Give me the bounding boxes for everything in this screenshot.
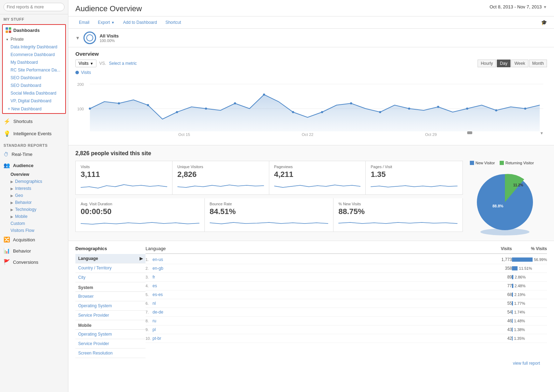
row-visits: 89 [491,275,512,280]
row-pct: 1.48% [514,319,525,323]
visits-sparkline [81,180,167,191]
browser-item[interactable]: Browser [75,292,146,301]
language-item[interactable]: Language ▶ [75,254,146,263]
day-button[interactable]: Day [497,60,511,67]
city-item[interactable]: City [75,273,146,282]
main-content: Audience Overview Oct 8, 2013 - Nov 7, 2… [68,0,554,392]
row-bar-area: 56.99% [512,257,547,262]
unique-visitors-label: Unique Visitors [177,165,264,169]
returning-visitor-legend-color [500,161,504,165]
row-num: 2. [146,266,153,270]
sidebar-item-seo2[interactable]: SEO Dashboard [3,82,65,89]
acquisition-item[interactable]: 🔀 Acquisition [0,234,68,245]
month-button[interactable]: Month [529,60,547,67]
service-provider-item[interactable]: Service Provider [75,311,146,320]
row-label[interactable]: pt-br [153,336,491,341]
row-label[interactable]: nl [153,301,491,306]
realtime-label: Real-Time [12,152,32,157]
shortcuts-item[interactable]: ⚡ Shortcuts [0,115,68,128]
pie-return-label: 11.2% [513,183,523,187]
conversions-item[interactable]: 🚩 Conversions [0,256,68,268]
visitors-flow-sublink[interactable]: Visitors Flow [8,227,68,234]
stats-grid: Visits 3,111 Unique Visitors 2,826 [75,161,547,237]
sidebar-item-my-dashboard[interactable]: My Dashboard [3,59,65,66]
segment-info: All Visits 100.00% [100,33,119,43]
sidebar-item-rc-site[interactable]: RC Site Performance Da... [3,66,65,74]
segment-circle [83,32,96,44]
chart-dot [321,111,323,113]
toolbar: Email Export ▼ Add to Dashboard Shortcut… [68,16,554,29]
intelligence-events-item[interactable]: 💡 Intelligence Events [0,128,68,140]
sidebar-item-ecommerce[interactable]: Ecommerce Dashboard [3,51,65,59]
view-full-report-link[interactable]: view full report [75,358,547,369]
row-label[interactable]: en-gb [153,266,491,271]
country-territory-item[interactable]: Country / Territory [75,263,146,273]
export-button[interactable]: Export ▼ [94,19,118,26]
screen-res-item[interactable]: Screen Resolution [75,349,146,358]
row-bar [512,293,513,297]
chart-dot [176,111,178,113]
bounce-rate-metric: Bounce Rate 84.51% [205,198,334,232]
row-bar-area: 1.74% [512,310,547,314]
demographics-right-header: Language Visits % Visits [146,246,547,254]
unique-visitors-sparkline [177,180,264,191]
audience-subnav: Overview ▶ Demographics ▶ Interests ▶ Ge… [0,171,68,234]
geo-sublink[interactable]: ▶ Geo [8,192,68,199]
sidebar-item-seo1[interactable]: SEO Dashboard [3,74,65,82]
chart-dot [495,109,497,111]
avg-visit-value: 00:00:50 [81,207,200,216]
technology-sublink[interactable]: ▶ Technology [8,206,68,213]
select-metric-link[interactable]: Select a metric [109,61,137,66]
mobile-service-item[interactable]: Service Provider [75,339,146,349]
chart-slider-handle[interactable] [467,131,472,134]
row-label[interactable]: pl [153,327,491,332]
vs-label: VS. [99,61,106,66]
row-label[interactable]: ru [153,318,491,323]
row-label[interactable]: fr [153,275,491,280]
segment-caret-icon[interactable]: ▼ [75,35,80,41]
chart-fill [90,95,540,131]
chart-dot [234,102,236,104]
pageviews-value: 4,211 [274,170,361,179]
add-to-dashboard-button[interactable]: Add to Dashboard [120,19,161,26]
search-input[interactable] [4,3,65,11]
overview-section: Overview Visits ▼ VS. Select a metric Ho… [68,47,554,145]
sidebar-item-data-integrity[interactable]: Data Integrity Dashboard [3,43,65,51]
os-item[interactable]: Operating System [75,301,146,311]
demographics-sublink[interactable]: ▶ Demographics [8,178,68,185]
sidebar-item-social-media[interactable]: Social Media Dashboard [3,89,65,97]
row-bar [512,257,533,262]
metric-button[interactable]: Visits ▼ [75,60,96,67]
sidebar-item-vp-digital[interactable]: VP, Digital Dashboard [3,97,65,105]
row-num: 6. [146,301,153,305]
mobile-sublink[interactable]: ▶ Mobile [8,213,68,220]
row-label[interactable]: en-us [153,257,491,262]
chart-dot [466,108,468,110]
pie-section: New Visitor Returning Visitor 88.8% 11 [463,161,547,237]
hourly-button[interactable]: Hourly [478,60,496,67]
new-dashboard-link[interactable]: + New Dashboard [3,105,65,113]
shortcut-button[interactable]: Shortcut [162,19,185,26]
row-label[interactable]: es-es [153,292,491,297]
mobile-os-item[interactable]: Operating System [75,330,146,339]
intelligence-label: Intelligence Events [13,131,52,136]
realtime-item[interactable]: ⏱ Real-Time [0,149,68,160]
email-button[interactable]: Email [75,19,93,26]
custom-sublink[interactable]: Custom [8,220,68,227]
date-range[interactable]: Oct 8, 2013 - Nov 7, 2013 ▼ [489,4,547,9]
table-row: 4. es 77 2.48% [146,282,547,290]
audience-item[interactable]: 👥 Audience [0,160,68,171]
interests-sublink[interactable]: ▶ Interests [8,185,68,192]
export-caret-icon: ▼ [111,21,115,25]
overview-sublink[interactable]: Overview [8,171,68,178]
behavior2-item[interactable]: 📊 Behavior [0,245,68,256]
row-label[interactable]: es [153,283,491,288]
week-button[interactable]: Week [511,60,528,67]
behavior2-icon: 📊 [4,248,10,254]
behavior-sublink[interactable]: ▶ Behavior [8,199,68,206]
shortcuts-label: Shortcuts [13,119,33,124]
dashboards-item[interactable]: Dashboards [3,25,65,35]
row-num: 7. [146,310,153,314]
row-label[interactable]: de-de [153,310,491,315]
avg-visit-label: Avg. Visit Duration [81,202,200,206]
